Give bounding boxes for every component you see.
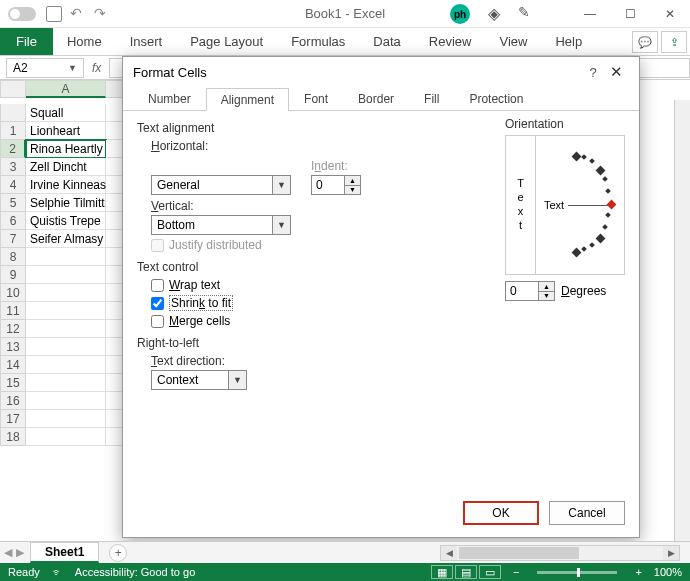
tab-page-layout[interactable]: Page Layout [176,28,277,55]
row-header[interactable]: 12 [0,320,26,338]
orientation-tick[interactable] [581,154,587,160]
cell[interactable] [26,374,106,392]
orientation-tick[interactable] [589,159,595,165]
cell[interactable] [26,392,106,410]
cell[interactable] [26,320,106,338]
row-header[interactable]: 7 [0,230,26,248]
row-header[interactable]: 5 [0,194,26,212]
spinner-down-icon[interactable]: ▼ [345,186,360,195]
tab-home[interactable]: Home [53,28,116,55]
row-header[interactable]: 15 [0,374,26,392]
orientation-tick[interactable] [602,224,608,230]
degrees-spinner[interactable]: 0 ▲▼ [505,281,555,301]
row-header[interactable]: 17 [0,410,26,428]
new-sheet-button[interactable]: + [109,544,127,562]
chevron-down-icon[interactable]: ▼ [228,371,246,389]
cell[interactable]: Quistis Trepe [26,212,106,230]
ok-button[interactable]: OK [463,501,539,525]
row-header[interactable]: 2 [0,140,26,158]
fx-icon[interactable]: fx [92,61,101,75]
orientation-tick[interactable] [589,242,595,248]
cell[interactable] [26,428,106,446]
tab-help[interactable]: Help [541,28,596,55]
autosave-toggle[interactable] [8,7,36,21]
row-header[interactable]: 8 [0,248,26,266]
indent-spinner[interactable]: 0 ▲▼ [311,175,361,195]
tab-data[interactable]: Data [359,28,414,55]
orientation-tick[interactable] [572,248,582,258]
cell[interactable] [26,266,106,284]
orientation-tick[interactable] [606,213,612,219]
row-header[interactable]: 18 [0,428,26,446]
maximize-button[interactable]: ☐ [610,0,650,28]
sheet-nav-prev-icon[interactable]: ◀ [4,546,12,559]
tab-formulas[interactable]: Formulas [277,28,359,55]
orientation-dial[interactable]: Text Text [505,135,625,275]
cell[interactable]: Squall [26,104,106,122]
vertical-combo[interactable]: Bottom ▼ [151,215,291,235]
cell[interactable] [26,410,106,428]
row-header[interactable]: 1 [0,122,26,140]
dlgtab-protection[interactable]: Protection [454,87,538,110]
save-icon[interactable] [46,6,62,22]
cell[interactable] [26,284,106,302]
row-header[interactable] [0,104,26,122]
chevron-down-icon[interactable]: ▼ [68,63,77,73]
cell[interactable]: Seifer Almasy [26,230,106,248]
merge-cells-checkbox[interactable]: Merge cells [151,314,625,328]
normal-view-icon[interactable]: ▦ [431,565,453,579]
help-button[interactable]: ? [583,65,603,80]
cell[interactable]: Zell Dincht [26,158,106,176]
comments-button[interactable]: 💬 [632,31,658,53]
account-icon[interactable]: ph [450,4,470,24]
row-header[interactable]: 13 [0,338,26,356]
dlgtab-number[interactable]: Number [133,87,206,110]
row-header[interactable]: 16 [0,392,26,410]
zoom-slider[interactable] [537,571,617,574]
tab-view[interactable]: View [485,28,541,55]
orientation-tick[interactable] [596,233,606,243]
orientation-tick[interactable] [572,152,582,162]
dlgtab-fill[interactable]: Fill [409,87,454,110]
page-layout-view-icon[interactable]: ▤ [455,565,477,579]
spinner-down-icon[interactable]: ▼ [539,292,554,301]
undo-icon[interactable]: ↶ [70,5,86,21]
text-direction-combo[interactable]: Context ▼ [151,370,247,390]
cell[interactable] [26,356,106,374]
row-header[interactable]: 6 [0,212,26,230]
checkbox-icon[interactable] [151,297,164,310]
checkbox-icon[interactable] [151,315,164,328]
zoom-in-button[interactable]: + [635,566,641,578]
orientation-tick[interactable] [596,166,606,176]
status-accessibility[interactable]: Accessibility: Good to go [75,566,195,578]
minimize-button[interactable]: — [570,0,610,28]
cell[interactable] [26,302,106,320]
scroll-left-icon[interactable]: ◀ [441,546,457,560]
zoom-out-button[interactable]: − [513,566,519,578]
zoom-level[interactable]: 100% [654,566,682,578]
dlgtab-alignment[interactable]: Alignment [206,88,289,111]
cell[interactable] [26,248,106,266]
sheet-tab[interactable]: Sheet1 [30,542,99,563]
spinner-up-icon[interactable]: ▲ [345,176,360,186]
horizontal-combo[interactable]: General ▼ [151,175,291,195]
col-header-a[interactable]: A [26,80,106,98]
premium-icon[interactable]: ◈ [488,4,500,24]
row-header[interactable]: 3 [0,158,26,176]
spinner-up-icon[interactable]: ▲ [539,282,554,292]
tab-insert[interactable]: Insert [116,28,177,55]
tab-review[interactable]: Review [415,28,486,55]
sheet-nav-next-icon[interactable]: ▶ [16,546,24,559]
format-painter-icon[interactable]: ✎ [518,4,530,24]
select-all-corner[interactable] [0,80,26,98]
cancel-button[interactable]: Cancel [549,501,625,525]
page-break-view-icon[interactable]: ▭ [479,565,501,579]
horizontal-scrollbar[interactable]: ◀ ▶ [440,545,680,561]
orientation-tick[interactable] [602,176,608,182]
dlgtab-border[interactable]: Border [343,87,409,110]
checkbox-icon[interactable] [151,279,164,292]
cell[interactable]: Selphie Tilmitt [26,194,106,212]
scrollbar-thumb[interactable] [459,547,579,559]
close-button[interactable]: ✕ [650,0,690,28]
chevron-down-icon[interactable]: ▼ [272,216,290,234]
